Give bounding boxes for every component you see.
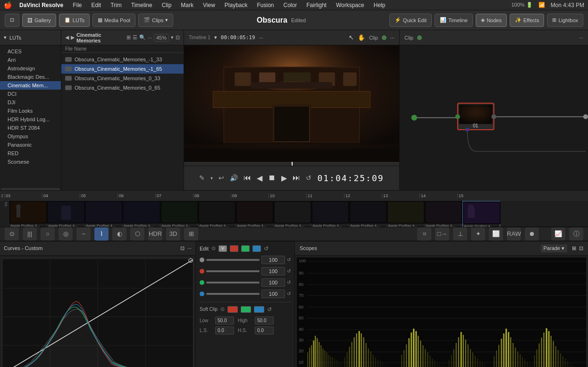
menu-file[interactable]: File	[71, 2, 84, 8]
sc-r-button[interactable]	[227, 306, 238, 313]
undo-icon[interactable]: ↩	[218, 174, 224, 182]
scopes-options-icon[interactable]: ⊞	[572, 245, 576, 251]
menu-clip[interactable]: Clip	[160, 2, 174, 8]
menu-playback[interactable]: Playback	[223, 2, 250, 8]
lightbox-button[interactable]: ⊞ Lightbox	[547, 14, 583, 27]
sc-g-button[interactable]	[241, 306, 251, 313]
luts-button[interactable]: 📋 LUTs	[59, 14, 90, 27]
menu-mark[interactable]: Mark	[179, 2, 195, 8]
bars-tool[interactable]: |||	[23, 227, 37, 241]
timeline-clip[interactable]: Apple ProRes 4...	[236, 201, 274, 227]
menu-help[interactable]: Help	[372, 2, 387, 8]
menu-trim[interactable]: Trim	[109, 2, 124, 8]
lut-item-film-looks[interactable]: Film Looks	[0, 107, 61, 115]
lut-item-arri[interactable]: Arri	[0, 56, 61, 64]
pencil-tool-icon[interactable]: ✎	[199, 174, 205, 182]
b-button[interactable]	[252, 245, 261, 252]
menu-view[interactable]: View	[201, 2, 217, 8]
timeline-clip[interactable]: Apple ProRes 4...	[349, 201, 387, 227]
green-reset-btn[interactable]: ↺	[287, 280, 291, 285]
forward-nav-icon[interactable]: ▶	[71, 34, 75, 41]
progress-bar[interactable]	[184, 162, 399, 166]
quick-edit-button[interactable]: ⚡ Quick Edit	[389, 14, 432, 27]
y-button[interactable]: Y	[218, 245, 227, 252]
lut-item-aces[interactable]: ACES	[0, 47, 61, 56]
view-toggle-icon[interactable]: ⊡	[176, 34, 180, 41]
lut-item-red[interactable]: RED	[0, 149, 61, 158]
blue-value-input[interactable]	[261, 290, 285, 298]
matte-tool[interactable]: ⬜	[489, 227, 503, 241]
color-warp-tool[interactable]: ⬡	[130, 227, 144, 241]
low-input[interactable]	[215, 317, 234, 325]
g-button[interactable]	[241, 245, 250, 252]
circle-tool[interactable]: ○	[41, 227, 55, 241]
info-tool[interactable]: ⓘ	[569, 227, 583, 241]
sc-reset-icon[interactable]: ↺	[267, 306, 272, 313]
back-nav-icon[interactable]: ◀	[65, 34, 69, 41]
timeline-clip[interactable]: Apple ProRes 4...	[311, 201, 349, 227]
timeline-clip[interactable]: Apple ProRes 4...	[387, 201, 425, 227]
tracker-tool[interactable]: □→	[435, 227, 449, 241]
green-value-input[interactable]	[261, 278, 285, 287]
parade-mode-button[interactable]: Parade ▾	[541, 244, 567, 252]
timeline-clip[interactable]: Apple ProRes 4...	[425, 201, 462, 227]
red-reset-btn[interactable]: ↺	[287, 268, 291, 274]
ring-tool[interactable]: ◎	[59, 227, 73, 241]
white-value-input[interactable]	[261, 256, 285, 264]
zoom-chevron-icon[interactable]: ▾	[171, 34, 174, 41]
video-preview[interactable]	[184, 45, 399, 162]
timeline-clip[interactable]: Apple ProRes 4...	[9, 201, 47, 227]
hdr-tool[interactable]: HDR	[148, 227, 162, 241]
timecode-more-icon[interactable]: ···	[259, 35, 263, 41]
blue-slider[interactable]	[206, 293, 260, 295]
high-input[interactable]	[255, 317, 274, 325]
file-row[interactable]: Obscura_Cinematic_Memories_0_65	[61, 83, 184, 92]
timeline-clip[interactable]: Apple ProRes 4...	[160, 201, 198, 227]
hue-sat-tool[interactable]: ◐	[112, 227, 126, 241]
magic-mask-tool[interactable]: ✦	[471, 227, 485, 241]
red-slider[interactable]	[206, 270, 260, 272]
media-pool-button[interactable]: ▦ Media Pool	[92, 14, 135, 27]
loop-icon[interactable]: ↺	[306, 174, 311, 182]
timeline-chevron-icon[interactable]: ▾	[214, 34, 217, 41]
node-more-icon[interactable]: ···	[579, 35, 583, 41]
red-value-input[interactable]	[261, 267, 285, 275]
lut-item-dji[interactable]: DJI	[0, 98, 61, 107]
menu-workspace[interactable]: Workspace	[334, 2, 366, 8]
timeline-view-button[interactable]: 📊 Timeline	[435, 14, 473, 27]
menu-fusion[interactable]: Fusion	[255, 2, 276, 8]
curves-tool[interactable]: ~	[76, 227, 91, 241]
timeline-clip[interactable]: Apple ProRes 4...	[462, 201, 500, 227]
lut-item-olympus[interactable]: Olympus	[0, 132, 61, 141]
file-row[interactable]: Obscura_Cinematic_Memories_-1_33	[61, 55, 184, 64]
lut-item-hdr-st[interactable]: HDR ST 2084	[0, 124, 61, 132]
blur-tool[interactable]: 3D	[166, 227, 180, 241]
graph-tool[interactable]: 📈	[551, 227, 565, 241]
timeline-clip[interactable]: Apple ProRes 4...	[47, 201, 85, 227]
sc-b-button[interactable]	[254, 306, 264, 313]
lut-item-hdr-hybrid[interactable]: HDR Hybrid Log...	[0, 115, 61, 124]
edit-reset-icon[interactable]: ↺	[264, 245, 269, 252]
nodes-button[interactable]: ◈ Nodes	[476, 14, 507, 27]
viewer-toggle-button[interactable]: ⊡	[5, 14, 19, 27]
data-burn-tool[interactable]: ⏺	[525, 227, 539, 241]
grid-view-icon[interactable]: ⊞	[126, 34, 131, 41]
curves-canvas[interactable]	[2, 258, 193, 367]
effects-button[interactable]: ✨ Effects	[510, 14, 544, 27]
green-slider[interactable]	[206, 282, 260, 284]
timeline-clip[interactable]: Apple ProRes 4...	[198, 201, 236, 227]
volume-icon[interactable]: 🔊	[230, 174, 238, 182]
apple-logo-icon[interactable]: 🍎	[4, 1, 12, 9]
menu-edit[interactable]: Edit	[90, 2, 103, 8]
hs-input[interactable]	[255, 326, 274, 334]
file-row[interactable]: Obscura_Cinematic_Memories_-1_65	[61, 64, 184, 74]
clip-more-icon[interactable]: ···	[390, 35, 395, 41]
pencil-chevron-icon[interactable]: ▾	[210, 175, 213, 181]
r-button[interactable]	[230, 245, 238, 252]
curves-expand-icon[interactable]: ⊡	[180, 245, 185, 251]
file-row[interactable]: Obscura_Cinematic_Memories_0_33	[61, 74, 184, 83]
ls-input[interactable]	[215, 326, 234, 334]
step-back-icon[interactable]: ◀	[257, 174, 262, 183]
menu-color[interactable]: Color	[282, 2, 299, 8]
timeline-clip[interactable]: Apple ProRes 4...	[274, 201, 311, 227]
